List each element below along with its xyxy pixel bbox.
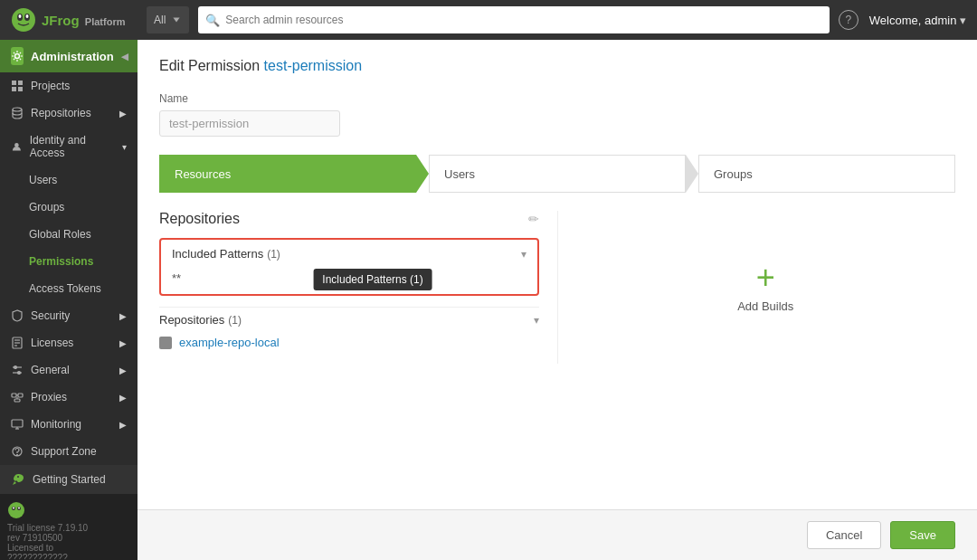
sidebar-collapse-btn[interactable]: ◀ <box>121 52 128 62</box>
sidebar-item-groups[interactable]: Groups <box>0 194 138 221</box>
chevron-down-icon: ▾ <box>122 142 127 152</box>
sidebar-item-label: Permissions <box>29 255 93 268</box>
wizard-tabs: Resources Users Groups <box>159 155 955 193</box>
svg-point-19 <box>18 372 21 375</box>
footer: Cancel Save <box>138 509 977 560</box>
svg-point-29 <box>17 455 18 456</box>
logo-jfrog: JFrog <box>42 13 80 28</box>
add-builds-section: + Add Builds <box>701 225 830 349</box>
pattern-value: ** <box>172 271 181 285</box>
sidebar-item-access-tokens[interactable]: Access Tokens <box>0 275 138 302</box>
chevron-right-icon: ▶ <box>119 420 127 430</box>
tab-resources[interactable]: Resources <box>159 155 416 193</box>
save-button[interactable]: Save <box>890 521 955 549</box>
repos-count: (1) <box>228 314 242 327</box>
title-prefix: Edit Permission <box>159 58 260 73</box>
repos-subsection: Repositories (1) ▾ example-repo-local <box>159 307 539 353</box>
svg-point-3 <box>19 14 22 18</box>
tab-groups[interactable]: Groups <box>698 155 955 193</box>
repos-chevron-icon: ▾ <box>534 314 539 327</box>
page-title: Edit Permission test-permission <box>159 58 955 74</box>
add-builds-label[interactable]: Add Builds <box>737 299 793 313</box>
license-line3: Licensed to <box>7 543 130 553</box>
search-input[interactable] <box>198 6 829 33</box>
sidebar-item-licenses[interactable]: Licenses ▶ <box>0 329 138 356</box>
svg-rect-21 <box>18 394 23 397</box>
tab-groups-label: Groups <box>714 167 753 181</box>
sidebar-item-label: Groups <box>29 201 64 214</box>
tab-resources-label: Resources <box>175 167 231 181</box>
name-input[interactable]: test-permission <box>159 110 340 137</box>
main-layout: Administration ◀ Projects Repositories ▶… <box>0 40 977 560</box>
name-field-group: Name test-permission <box>159 92 955 137</box>
svg-point-4 <box>26 14 29 18</box>
sidebar-item-permissions[interactable]: Permissions <box>0 248 138 275</box>
help-button[interactable]: ? <box>839 10 858 30</box>
patterns-count: (1) <box>267 248 280 261</box>
shield-icon <box>11 309 24 322</box>
add-builds-plus-icon[interactable]: + <box>756 261 775 294</box>
svg-point-33 <box>13 508 14 509</box>
repo-item: example-repo-local <box>159 332 539 353</box>
svg-rect-6 <box>12 81 16 85</box>
sidebar-item-general[interactable]: General ▶ <box>0 356 138 384</box>
svg-rect-20 <box>12 394 16 397</box>
tooltip: Included Patterns (1) <box>313 269 432 290</box>
chevron-down-icon <box>171 14 182 25</box>
sidebar-item-projects[interactable]: Projects <box>0 72 138 100</box>
license-line2: rev 71910500 <box>7 533 130 543</box>
admin-label: Administration <box>31 50 114 63</box>
sidebar-item-users[interactable]: Users <box>0 166 138 194</box>
cancel-button[interactable]: Cancel <box>807 521 881 549</box>
chevron-right-icon: ▶ <box>119 109 127 119</box>
content: Edit Permission test-permission Name tes… <box>138 40 977 560</box>
welcome-text[interactable]: Welcome, admin ▾ <box>869 14 966 27</box>
sidebar-item-support-zone[interactable]: Support Zone <box>0 438 138 465</box>
frog-icon <box>11 7 36 33</box>
filter-dropdown[interactable]: All <box>147 6 189 33</box>
tab-users[interactable]: Users <box>429 155 686 193</box>
repo-name[interactable]: example-repo-local <box>179 336 280 349</box>
name-label: Name <box>159 92 955 105</box>
svg-point-18 <box>14 366 17 369</box>
included-patterns-box: Included Patterns (1) ▾ ** Included Patt… <box>159 238 539 296</box>
sidebar-item-getting-started[interactable]: Getting Started <box>0 465 138 494</box>
sidebar-item-identity[interactable]: Identity and Access ▾ <box>0 127 138 166</box>
search-container: 🔍 <box>198 6 829 33</box>
svg-rect-8 <box>12 87 16 91</box>
repo-icon <box>159 337 172 349</box>
patterns-header[interactable]: Included Patterns (1) ▾ <box>161 240 537 268</box>
sidebar-item-label: Projects <box>31 80 70 92</box>
license-line4: ???????????? <box>7 553 130 560</box>
edit-button[interactable]: ✏ <box>528 212 539 226</box>
svg-point-0 <box>12 8 35 32</box>
patterns-label: Included Patterns <box>172 247 263 261</box>
proxy-icon <box>11 391 24 403</box>
chevron-right-icon: ▶ <box>119 338 127 348</box>
jfrog-logo-small <box>7 501 130 519</box>
chevron-right-icon: ▶ <box>119 365 127 375</box>
svg-point-11 <box>14 143 19 147</box>
topbar-right: ? Welcome, admin ▾ <box>839 10 966 30</box>
chevron-right-icon: ▶ <box>119 311 127 321</box>
sidebar-item-monitoring[interactable]: Monitoring ▶ <box>0 411 138 438</box>
repos-subsection-header[interactable]: Repositories (1) ▾ <box>159 307 539 332</box>
license-icon <box>11 337 24 349</box>
sliders-icon <box>11 364 24 376</box>
sidebar-item-label: Users <box>29 174 57 186</box>
admin-header: Administration ◀ <box>0 40 138 72</box>
monitor-icon <box>11 418 24 431</box>
sidebar-item-label: Proxies <box>31 391 67 403</box>
logo-platform: Platform <box>85 16 126 27</box>
permission-name: test-permission <box>264 58 362 73</box>
gear-icon <box>11 47 24 65</box>
repositories-col: Repositories ✏ Included Patterns (1) ▾ *… <box>159 211 557 364</box>
sidebar-item-security[interactable]: Security ▶ <box>0 302 138 329</box>
patterns-chevron-icon: ▾ <box>521 248 526 261</box>
repositories-title: Repositories ✏ <box>159 211 539 227</box>
sidebar-item-proxies[interactable]: Proxies ▶ <box>0 384 138 411</box>
sidebar-item-repositories[interactable]: Repositories ▶ <box>0 100 138 127</box>
repos-sublabel: Repositories <box>159 313 224 327</box>
sidebar-item-global-roles[interactable]: Global Roles <box>0 221 138 248</box>
svg-rect-25 <box>12 420 23 427</box>
